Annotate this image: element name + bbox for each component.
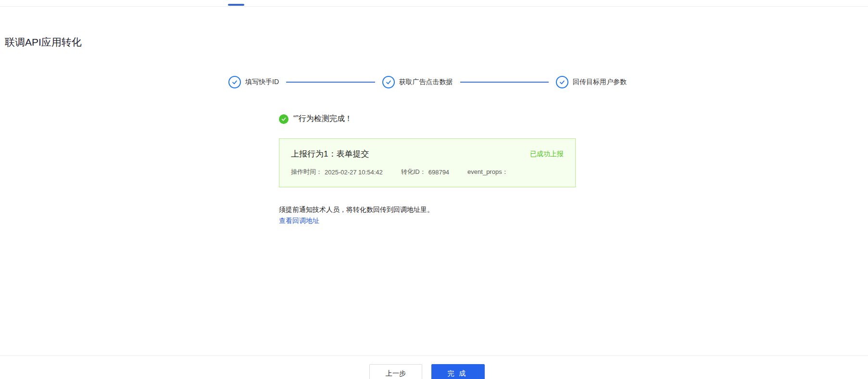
prev-step-button[interactable]: 上一步	[369, 364, 422, 379]
success-check-icon	[279, 114, 289, 124]
step-check-icon	[382, 76, 395, 88]
page: 联调API应用转化 填写快手ID 获取广告点击数据	[0, 0, 868, 379]
meta-conversion-id: 转化ID： 698794	[401, 168, 449, 176]
meta-value: 2025-02-27 10:54:42	[325, 169, 383, 176]
report-card-title: 上报行为1：表单提交	[291, 148, 369, 160]
active-tab-indicator	[228, 4, 244, 6]
tab-bar	[0, 0, 868, 7]
meta-label: 转化ID：	[401, 168, 426, 176]
footer-bar: 上一步 完成	[0, 355, 868, 379]
meta-value: 698794	[428, 169, 449, 176]
meta-label: 操作时间：	[291, 168, 322, 176]
step-connector	[286, 82, 375, 83]
view-callback-address-link[interactable]: 查看回调地址	[279, 216, 319, 225]
status-badge: 已成功上报	[530, 148, 564, 159]
report-card-meta: 操作时间： 2025-02-27 10:54:42 转化ID： 698794 e…	[291, 168, 564, 176]
callback-note: 须提前通知技术人员，将转化数回传到回调地址里。	[279, 205, 434, 214]
step-check-icon	[228, 76, 241, 88]
step-check-icon	[556, 76, 568, 88]
stepper: 填写快手ID 获取广告点击数据 回传目标用户参数	[228, 75, 627, 89]
meta-operation-time: 操作时间： 2025-02-27 10:54:42	[291, 168, 383, 176]
report-behavior-card: 上报行为1：表单提交 已成功上报 操作时间： 2025-02-27 10:54:…	[279, 138, 576, 187]
step-label: 回传目标用户参数	[573, 78, 627, 86]
done-button[interactable]: 完成	[431, 364, 485, 379]
page-title: 联调API应用转化	[5, 36, 82, 49]
step-get-ad-click-data: 获取广告点击数据	[382, 76, 453, 88]
step-label: 填写快手ID	[245, 78, 279, 86]
step-fill-kuaishou-id: 填写快手ID	[228, 76, 279, 88]
meta-label: event_props：	[467, 168, 508, 176]
step-connector	[460, 82, 549, 83]
detection-complete-message: “”行为检测完成！	[293, 114, 352, 124]
meta-event-props: event_props：	[467, 168, 511, 176]
report-card-header: 上报行为1：表单提交 已成功上报	[291, 148, 564, 160]
detection-complete-row: “”行为检测完成！	[279, 114, 352, 124]
step-return-target-user-params: 回传目标用户参数	[556, 76, 627, 88]
step-label: 获取广告点击数据	[399, 78, 453, 86]
